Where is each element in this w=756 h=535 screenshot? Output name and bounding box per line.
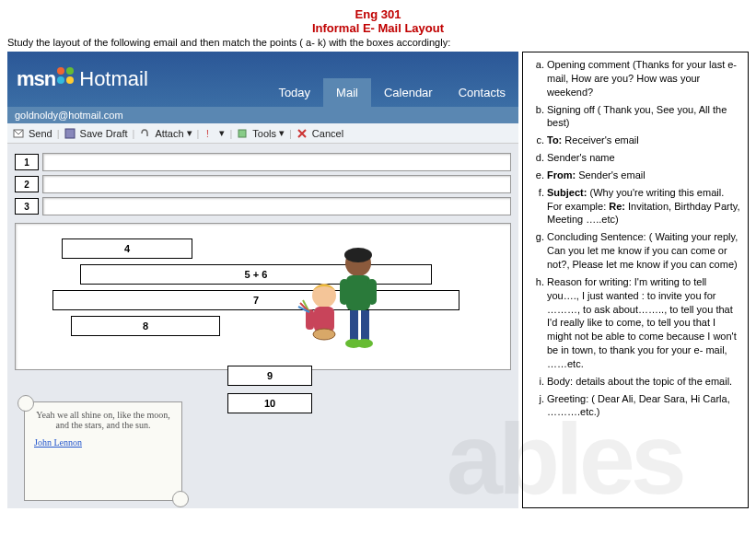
email-layout-panel: msn Hotmail Today Mail Calendar Contacts… [7,52,518,508]
option-f: Subject: (Why you're writing this email.… [547,186,740,227]
option-e: From: Sender's email [547,169,740,182]
compose-toolbar: Send | Save Draft | Attach ▾ | ! ▾ | Too… [7,123,518,144]
svg-point-5 [344,248,372,262]
save-icon [64,127,77,139]
save-draft-button[interactable]: Save Draft [80,128,128,139]
svg-text:!: ! [206,129,209,139]
svg-point-12 [356,339,373,348]
dropdown-icon: ▾ [219,127,225,139]
nav-mail[interactable]: Mail [323,78,371,107]
svg-point-13 [312,284,336,308]
body-box-9: 9 [227,366,312,386]
priority-icon[interactable]: ! [204,127,216,139]
cancel-icon [297,127,309,139]
nav-tabs: Today Mail Calendar Contacts [265,78,518,107]
svg-rect-6 [346,275,370,310]
option-i: Body: details about the topic of the ema… [547,375,740,389]
dropdown-icon: ▾ [279,127,285,139]
svg-rect-1 [65,129,75,138]
page-title: Informal E- Mail Layout [7,21,749,35]
hotmail-header: msn Hotmail Today Mail Calendar Contacts [7,52,518,107]
svg-rect-3 [238,130,246,137]
nav-contacts[interactable]: Contacts [446,78,518,107]
svg-rect-16 [306,309,314,330]
quote-scroll: Yeah we all shine on, like the moon, and… [24,401,182,501]
field-1[interactable] [42,153,511,171]
label-box-1: 1 [15,154,39,170]
butterfly-icon [57,67,74,84]
field-3[interactable] [42,197,511,215]
nav-today[interactable]: Today [265,78,323,107]
cancel-button[interactable]: Cancel [312,128,343,139]
course-title: Eng 301 [7,7,749,21]
nav-calendar[interactable]: Calendar [371,78,446,107]
body-box-4: 4 [62,238,192,259]
option-d: Sender's name [547,151,740,165]
msn-text: msn [17,67,55,91]
svg-rect-10 [361,310,369,340]
option-b: Signing off ( Thank you, See you, All th… [547,103,740,131]
option-j: Greeting: ( Dear Ali, Dear Sara, Hi Carl… [547,392,740,420]
tools-icon [237,127,250,139]
quote-author-link[interactable]: John Lennon [34,437,172,448]
label-box-2: 2 [15,176,39,192]
svg-rect-9 [350,310,358,340]
children-clipart [289,240,400,360]
email-body-area: 4 5 + 6 7 8 9 10 [15,223,511,370]
hotmail-text: Hotmail [79,67,148,91]
option-a: Opening comment (Thanks for your last e-… [547,58,740,99]
svg-rect-7 [340,279,349,305]
option-g: Concluding Sentence: ( Waiting your repl… [547,230,740,272]
quote-text: Yeah we all shine on, like the moon, and… [36,410,169,430]
field-2[interactable] [42,175,511,193]
tools-button[interactable]: Tools [252,128,276,139]
svg-point-15 [313,329,335,340]
option-c: To: Receiver's email [547,134,740,147]
option-h: Reason for writing: I'm writing to tell … [547,275,740,371]
svg-rect-8 [367,279,377,305]
options-panel: Opening comment (Thanks for your last e-… [522,52,749,508]
instruction-text: Study the layout of the following email … [7,37,749,48]
compose-area: 1 2 3 4 5 + 6 7 8 9 10 [7,144,518,508]
send-icon [13,127,26,139]
msn-logo: msn Hotmail [17,67,148,91]
attach-button[interactable]: Attach [155,128,183,139]
dropdown-icon: ▾ [187,127,192,139]
account-bar: goldnoldy@hotmail.com [7,107,518,123]
body-box-10: 10 [227,393,312,413]
label-box-3: 3 [15,198,39,215]
attach-icon [139,127,152,139]
send-button[interactable]: Send [29,128,52,139]
body-box-8: 8 [71,316,220,336]
